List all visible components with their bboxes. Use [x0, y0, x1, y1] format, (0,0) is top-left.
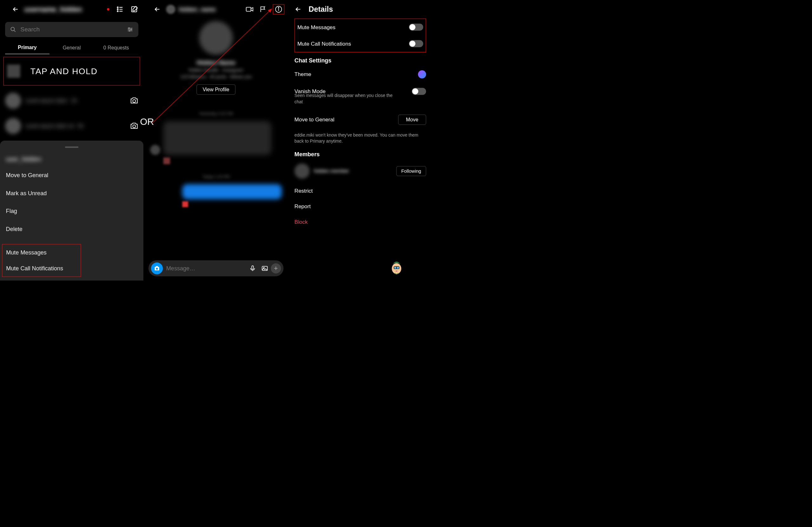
search-input[interactable]: [20, 26, 127, 33]
mute-messages-toggle[interactable]: [409, 24, 423, 30]
timestamp: Today 1:15 PM: [150, 174, 282, 179]
camera-button[interactable]: [151, 262, 163, 274]
move-general-row: Move to General Move: [294, 110, 426, 130]
more-button[interactable]: +: [271, 264, 281, 273]
block-row[interactable]: Block: [294, 214, 426, 230]
theme-row[interactable]: Theme: [294, 65, 426, 83]
inbox-header: username_hidden: [0, 0, 143, 19]
mute-calls-label: Mute Call Notifications: [297, 41, 351, 47]
search-bar[interactable]: [5, 22, 138, 37]
avatar[interactable]: [294, 164, 309, 179]
sheet-move-general[interactable]: Move to General: [6, 166, 137, 184]
tap-hold-label: TAP AND HOLD: [30, 66, 98, 76]
video-call-icon[interactable]: [246, 5, 254, 13]
profile-picture[interactable]: [199, 21, 233, 55]
reaction[interactable]: [183, 201, 188, 207]
filter-icon[interactable]: [127, 26, 133, 33]
compose-icon[interactable]: [131, 5, 138, 13]
mute-messages-row: Mute Messages: [297, 19, 423, 35]
sheet-handle[interactable]: [65, 146, 79, 148]
conversation-row[interactable]: Lorem ipsum dolor · 2h: [5, 88, 138, 114]
profile-card: Hidden Name hidden.handle · Instagram 12…: [143, 21, 289, 95]
avatar: [150, 145, 160, 155]
chat-avatar[interactable]: [166, 5, 175, 14]
back-icon[interactable]: [294, 6, 302, 13]
reaction[interactable]: [163, 157, 170, 164]
camera-icon[interactable]: [130, 122, 139, 130]
info-icon[interactable]: [273, 4, 284, 14]
vanish-sub: Seen messages will disappear when you cl…: [294, 92, 399, 105]
details-title: Details: [309, 5, 333, 14]
member-name: hidden.member: [314, 168, 396, 174]
mute-calls-row: Mute Call Notifications: [297, 35, 423, 52]
outgoing-message[interactable]: [150, 184, 282, 199]
sheet-delete[interactable]: Delete: [6, 220, 137, 238]
incoming-message[interactable]: [150, 121, 282, 155]
svg-point-31: [395, 270, 397, 272]
svg-point-16: [133, 125, 136, 128]
back-icon[interactable]: [12, 6, 19, 13]
following-button[interactable]: Following: [396, 166, 426, 176]
theme-swatch: [418, 70, 426, 79]
mute-messages-label: Mute Messages: [297, 24, 335, 30]
conversation-preview: Lorem ipsum dolor sit · 5h: [25, 123, 84, 129]
move-general-desc: eddie.miki won't know they've been moved…: [294, 132, 426, 144]
chat-title[interactable]: hidden_name: [178, 6, 240, 13]
conversation-preview: Lorem ipsum dolor · 2h: [25, 98, 77, 104]
tab-requests[interactable]: 0 Requests: [94, 42, 138, 54]
tab-general[interactable]: General: [49, 42, 94, 54]
view-profile-button[interactable]: View Profile: [197, 85, 235, 95]
theme-label: Theme: [294, 71, 311, 78]
svg-rect-29: [394, 267, 396, 268]
mute-toggles-callout: Mute Messages Mute Call Notifications: [294, 19, 426, 52]
svg-rect-30: [397, 267, 399, 268]
conversation-row[interactable]: Lorem ipsum dolor sit · 5h: [5, 114, 138, 139]
mute-options-callout: Mute Messages Mute Call Notifications: [2, 244, 81, 277]
mic-icon[interactable]: [249, 265, 256, 272]
svg-rect-17: [246, 7, 251, 11]
message-bubble: [183, 184, 282, 199]
mute-calls-toggle[interactable]: [409, 40, 423, 47]
avatar: [5, 92, 21, 109]
sheet-mute-calls[interactable]: Mute Call Notifications: [2, 260, 81, 277]
back-icon[interactable]: [154, 6, 161, 13]
search-icon: [10, 27, 16, 33]
account-name[interactable]: username_hidden: [25, 5, 126, 13]
flag-icon[interactable]: [259, 6, 267, 13]
tab-primary[interactable]: Primary: [5, 41, 49, 54]
messages-area: Yesterday 4:32 PM Today 1:15 PM: [143, 94, 289, 207]
avatar: [7, 65, 20, 78]
message-input[interactable]: [163, 265, 246, 272]
timestamp: Yesterday 4:32 PM: [150, 111, 282, 116]
camera-icon[interactable]: [130, 96, 139, 105]
sheet-flag[interactable]: Flag: [6, 202, 137, 220]
sheet-mute-messages[interactable]: Mute Messages: [2, 244, 81, 260]
vanish-toggle[interactable]: [412, 88, 426, 95]
svg-rect-22: [252, 266, 254, 269]
members-heading: Members: [294, 151, 426, 157]
tap-hold-callout[interactable]: TAP AND HOLD: [3, 57, 140, 85]
mascot-watermark: [389, 259, 404, 276]
chat-thread-panel: hidden_name Hidden Name hidden.handle · …: [143, 0, 289, 281]
message-composer: +: [148, 260, 284, 276]
move-button[interactable]: Move: [398, 115, 426, 125]
profile-name: Hidden Name: [143, 59, 289, 66]
svg-point-20: [278, 7, 279, 8]
restrict-row[interactable]: Restrict: [294, 183, 426, 198]
svg-point-15: [133, 100, 136, 102]
gallery-icon[interactable]: [261, 265, 269, 272]
inbox-tabs: Primary General 0 Requests: [5, 41, 138, 54]
move-general-label: Move to General: [294, 117, 334, 123]
avatar: [5, 118, 21, 134]
chat-header: hidden_name: [143, 0, 289, 19]
profile-handle: hidden.handle · Instagram: [143, 67, 289, 73]
details-panel: Details Mute Messages Mute Call Notifica…: [289, 0, 432, 281]
svg-point-7: [11, 27, 14, 31]
member-row: hidden.member Following: [294, 160, 426, 183]
profile-stats: 123 followers · 45 posts · follows you: [143, 74, 289, 79]
sheet-mark-unread[interactable]: Mark as Unread: [6, 184, 137, 202]
sheet-username: user_hidden: [6, 155, 137, 163]
report-row[interactable]: Report: [294, 198, 426, 214]
svg-point-21: [156, 268, 158, 269]
or-label: OR: [140, 116, 154, 127]
